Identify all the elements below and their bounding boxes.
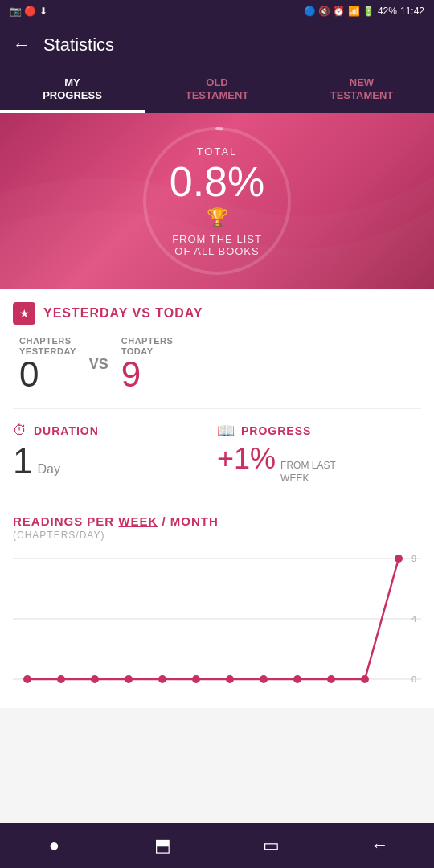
- duration-block: ⏱ DURATION 1 Day: [13, 422, 217, 485]
- svg-point-15: [260, 675, 268, 683]
- duration-header: ⏱ DURATION: [13, 422, 217, 439]
- svg-point-18: [361, 675, 369, 683]
- svg-text:0: 0: [411, 674, 416, 684]
- nav-home[interactable]: ●: [31, 829, 79, 862]
- progress-value-row: +1% FROM LAST WEEK: [217, 444, 421, 485]
- nav-recent[interactable]: ⬒: [139, 829, 187, 862]
- nav-bar: ● ⬒ ▭ ←: [0, 823, 434, 868]
- chapters-today-value: 9: [121, 357, 141, 392]
- stats-row: ⏱ DURATION 1 Day 📖 PROGRESS +1% FROM LAS…: [13, 422, 421, 485]
- yesterday-vs-today-header: ★ YESTERDAY VS TODAY: [13, 302, 421, 325]
- chart-container: 9 4 0: [13, 551, 421, 695]
- main-content: ★ YESTERDAY VS TODAY CHAPTERS YESTERDAY …: [0, 289, 434, 514]
- chapters-today-block: CHAPTERS TODAY 9: [121, 336, 174, 392]
- back-button[interactable]: ←: [13, 35, 31, 55]
- page-title: Statistics: [43, 35, 114, 55]
- readings-section: READINGS PER WEEK / MONTH (CHAPTERS/DAY)…: [0, 514, 434, 708]
- star-icon: ★: [13, 302, 35, 325]
- header: ← Statistics: [0, 23, 434, 68]
- yesterday-vs-today-label: YESTERDAY VS TODAY: [43, 306, 203, 321]
- svg-point-10: [91, 675, 99, 683]
- progress-block: 📖 PROGRESS +1% FROM LAST WEEK: [217, 422, 421, 485]
- status-icons-left: 📷 🔴 ⬇: [10, 6, 47, 17]
- svg-point-13: [192, 675, 200, 683]
- readings-title: READINGS PER WEEK / MONTH: [13, 514, 421, 528]
- duration-value: 1 Day: [13, 444, 217, 479]
- line-chart: 9 4 0: [13, 551, 421, 687]
- svg-text:9: 9: [411, 554, 416, 563]
- svg-point-14: [226, 675, 234, 683]
- svg-point-17: [327, 675, 335, 683]
- tab-new-testament[interactable]: NEW TESTAMENT: [289, 68, 434, 113]
- chapters-yesterday-value: 0: [19, 357, 39, 392]
- svg-point-12: [158, 675, 166, 683]
- progress-header: 📖 PROGRESS: [217, 422, 421, 440]
- from-label: FROM THE LIST OF ALL BOOKS: [172, 233, 262, 257]
- readings-subtitle: (CHAPTERS/DAY): [13, 530, 421, 541]
- svg-point-11: [125, 675, 133, 683]
- tabs-bar: MY PROGRESS OLD TESTAMENT NEW TESTAMENT: [0, 68, 434, 113]
- svg-point-9: [57, 675, 65, 683]
- chapters-yesterday-block: CHAPTERS YESTERDAY 0: [19, 336, 76, 392]
- vs-label: VS: [89, 356, 108, 373]
- chapters-row: CHAPTERS YESTERDAY 0 VS CHAPTERS TODAY 9: [13, 336, 421, 392]
- nav-back[interactable]: ←: [356, 829, 404, 862]
- svg-point-19: [395, 555, 403, 563]
- total-label: TOTAL: [197, 145, 238, 158]
- svg-point-16: [293, 675, 301, 683]
- divider-1: [13, 408, 421, 409]
- tab-my-progress[interactable]: MY PROGRESS: [0, 68, 145, 113]
- hero-section: TOTAL 0.8% 🏆 FROM THE LIST OF ALL BOOKS: [0, 113, 434, 289]
- book-icon: 📖: [217, 422, 235, 440]
- svg-point-8: [23, 675, 31, 683]
- clock-icon: ⏱: [13, 422, 27, 439]
- status-icons-right: 🔵 🔇 ⏰ 📶 🔋 42% 11:42: [304, 6, 424, 17]
- status-bar: 📷 🔴 ⬇ 🔵 🔇 ⏰ 📶 🔋 42% 11:42: [0, 0, 434, 23]
- duration-label: DURATION: [34, 424, 99, 437]
- progress-label: PROGRESS: [241, 424, 311, 437]
- nav-square[interactable]: ▭: [248, 829, 296, 862]
- tab-old-testament[interactable]: OLD TESTAMENT: [145, 68, 289, 113]
- svg-text:4: 4: [411, 614, 416, 624]
